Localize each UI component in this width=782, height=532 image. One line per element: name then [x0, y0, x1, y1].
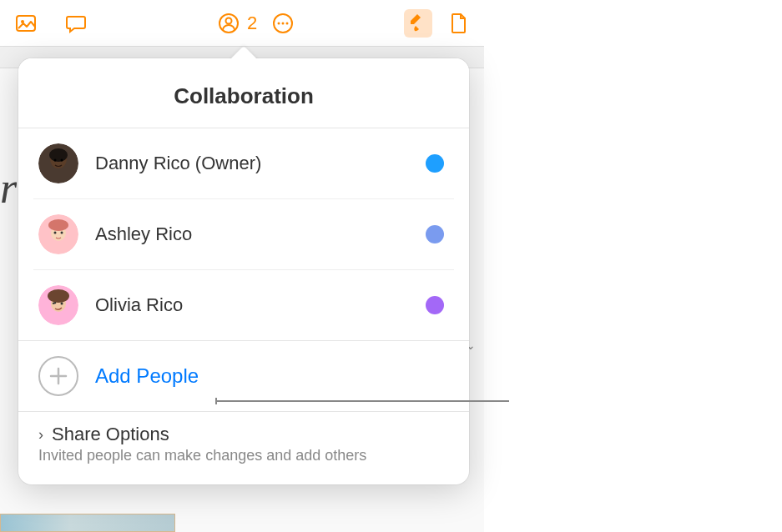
participant-name: Olivia Rico	[95, 294, 426, 316]
svg-point-20	[48, 289, 69, 303]
document-button[interactable]	[444, 9, 472, 38]
svg-point-5	[278, 22, 280, 24]
popover-title: Collaboration	[18, 58, 469, 128]
status-dot	[426, 154, 444, 173]
share-options-subtitle: Invited people can make changes and add …	[38, 447, 449, 464]
background-text-fragment: r	[0, 65, 17, 515]
share-options-title: Share Options	[52, 424, 169, 445]
callout-line	[215, 400, 509, 402]
collaboration-button[interactable]	[217, 9, 240, 38]
status-dot	[426, 225, 444, 243]
more-button[interactable]	[269, 9, 297, 38]
svg-point-12	[61, 159, 63, 162]
chevron-right-icon: ›	[38, 426, 43, 444]
plus-icon	[38, 356, 78, 396]
svg-point-6	[282, 22, 285, 24]
participant-row[interactable]: Ashley Rico	[33, 199, 454, 270]
status-dot	[426, 296, 444, 314]
svg-point-11	[54, 159, 57, 162]
collaboration-popover: Collaboration Danny Rico (Owner) Ashley …	[18, 58, 469, 484]
add-people-label: Add People	[95, 364, 199, 388]
participant-name: Ashley Rico	[95, 223, 426, 245]
collaboration-count: 2	[247, 13, 257, 34]
participant-row[interactable]: Danny Rico (Owner)	[33, 128, 454, 199]
participant-row[interactable]: Olivia Rico	[33, 270, 454, 340]
svg-point-3	[226, 18, 232, 23]
toolbar: 2	[0, 0, 484, 47]
comment-button[interactable]	[62, 9, 90, 38]
share-options-button[interactable]: › Share Options Invited people can make …	[18, 412, 469, 484]
insert-media-button[interactable]	[12, 9, 40, 38]
avatar	[38, 285, 78, 325]
svg-point-16	[54, 232, 57, 234]
avatar	[38, 214, 78, 254]
avatar	[38, 143, 78, 183]
svg-point-7	[286, 22, 289, 24]
svg-point-17	[61, 232, 63, 234]
svg-point-15	[48, 219, 68, 231]
format-brush-button[interactable]	[404, 9, 432, 38]
svg-point-10	[49, 148, 68, 162]
svg-point-21	[61, 303, 63, 305]
background-image-fragment	[0, 514, 175, 532]
participant-name: Danny Rico (Owner)	[95, 153, 426, 174]
participant-list: Danny Rico (Owner) Ashley Rico Olivia Ri…	[18, 128, 469, 340]
